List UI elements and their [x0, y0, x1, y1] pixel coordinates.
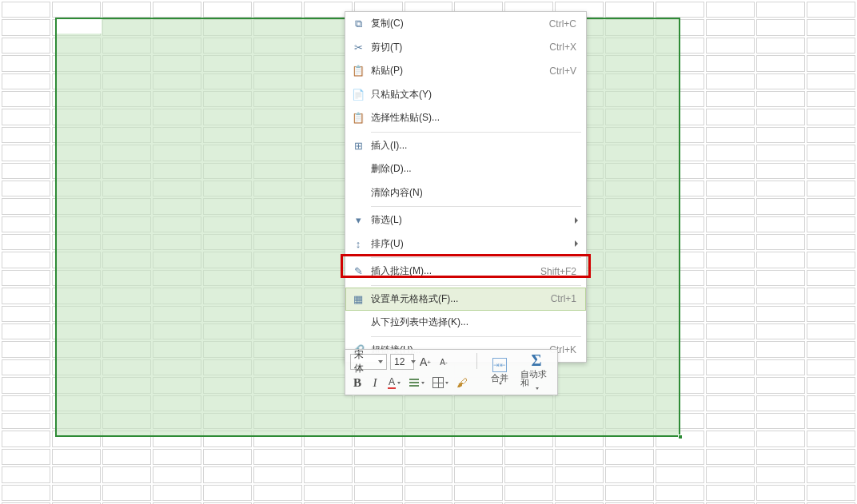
paste-text-icon: 📄	[350, 89, 366, 101]
font-name-value: 宋体	[354, 348, 372, 375]
menu-item-F[interactable]: ▦设置单元格格式(F)...Ctrl+1	[345, 288, 586, 312]
menu-item-C[interactable]: ⧉复制(C)Ctrl+C	[345, 12, 586, 36]
menu-separator	[371, 206, 581, 207]
borders-icon	[432, 377, 444, 388]
menu-separator	[371, 285, 581, 286]
menu-item-Y[interactable]: 📄只粘贴文本(Y)	[345, 83, 586, 107]
menu-item-D[interactable]: 删除(D)...	[345, 157, 586, 181]
sigma-icon: Σ	[531, 351, 541, 370]
borders-button[interactable]	[430, 375, 451, 391]
menu-label: 筛选(L)	[366, 213, 576, 227]
copy-icon: ⧉	[350, 18, 366, 30]
font-color-button[interactable]: A	[385, 375, 403, 391]
menu-separator	[371, 132, 581, 133]
menu-label: 插入批注(M)...	[366, 264, 540, 278]
format-cells-icon: ▦	[350, 293, 366, 305]
menu-label: 清除内容(N)	[366, 186, 576, 200]
font-size-select[interactable]: 12	[390, 354, 414, 370]
menu-item-L[interactable]: ▾筛选(L)	[345, 208, 586, 232]
menu-shortcut: Ctrl+X	[549, 42, 581, 53]
sort-icon: ↕	[350, 238, 366, 250]
menu-separator	[371, 336, 581, 337]
align-button[interactable]	[406, 375, 427, 391]
menu-label: 删除(D)...	[366, 162, 576, 176]
menu-label: 设置单元格格式(F)...	[366, 292, 551, 306]
menu-label: 只粘贴文本(Y)	[366, 88, 576, 101]
menu-label: 剪切(T)	[366, 41, 549, 54]
menu-label: 粘贴(P)	[366, 64, 549, 77]
comment-icon: ✎	[350, 265, 366, 277]
menu-label: 从下拉列表中选择(K)...	[366, 315, 576, 329]
context-menu: ⧉复制(C)Ctrl+C✂剪切(T)Ctrl+X📋粘贴(P)Ctrl+V📄只粘贴…	[345, 11, 587, 363]
menu-item-S[interactable]: 📋选择性粘贴(S)...	[345, 106, 586, 130]
menu-item-N[interactable]: 清除内容(N)	[345, 181, 586, 205]
brush-icon: 🖌	[456, 376, 468, 389]
menu-item-U[interactable]: ↕排序(U)	[345, 232, 586, 256]
menu-separator	[371, 257, 581, 258]
filter-icon: ▾	[350, 214, 366, 226]
menu-shortcut: Ctrl+V	[549, 65, 581, 77]
autosum-button[interactable]: Σ 自动求和	[520, 353, 552, 388]
italic-button[interactable]: I	[368, 375, 382, 391]
bold-button[interactable]: B	[350, 375, 365, 391]
menu-label: 选择性粘贴(S)...	[366, 111, 576, 125]
align-icon	[409, 377, 420, 388]
merge-button[interactable]: ⇥⇤ 合并	[484, 353, 516, 388]
increase-font-button[interactable]: A+	[417, 354, 433, 370]
menu-shortcut: Ctrl+C	[549, 18, 581, 30]
paste-special-icon: 📋	[350, 112, 366, 124]
format-painter-button[interactable]: 🖌	[454, 375, 470, 391]
toolbar-separator	[476, 353, 477, 369]
menu-item-I[interactable]: ⊞插入(I)...	[345, 134, 586, 158]
menu-item-T[interactable]: ✂剪切(T)Ctrl+X	[345, 36, 586, 60]
menu-label: 插入(I)...	[366, 139, 576, 153]
menu-item-K[interactable]: 从下拉列表中选择(K)...	[345, 311, 586, 335]
menu-shortcut: Ctrl+1	[551, 293, 581, 304]
menu-label: 排序(U)	[366, 237, 576, 251]
cut-icon: ✂	[350, 42, 366, 54]
insert-icon: ⊞	[350, 140, 366, 152]
menu-label: 复制(C)	[366, 17, 549, 30]
menu-item-P[interactable]: 📋粘贴(P)Ctrl+V	[345, 59, 586, 83]
font-size-value: 12	[394, 356, 405, 367]
decrease-font-button[interactable]: A-	[436, 354, 451, 370]
font-name-select[interactable]: 宋体	[350, 354, 387, 370]
mini-toolbar: 宋体 12 A+ A- B I A	[345, 349, 558, 395]
menu-item-M[interactable]: ✎插入批注(M)...Shift+F2	[345, 260, 586, 284]
menu-shortcut: Shift+F2	[540, 266, 581, 277]
merge-icon: ⇥⇤	[492, 358, 507, 372]
paste-icon: 📋	[350, 65, 366, 77]
